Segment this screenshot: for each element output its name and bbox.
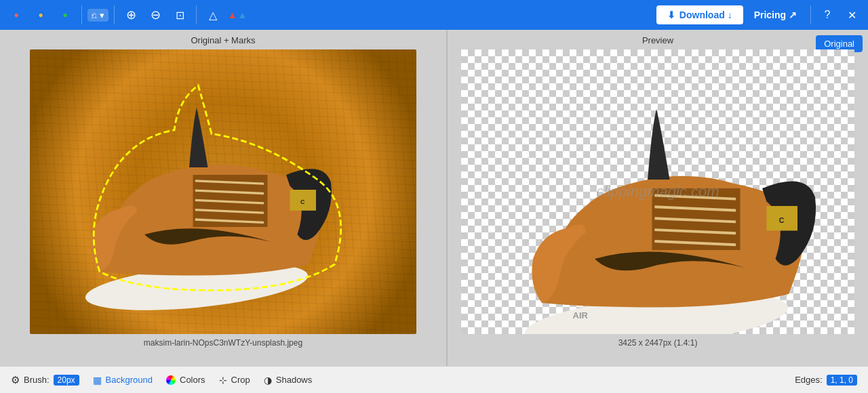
bottom-toolbar: ⚙ Brush: 20px ▦ Background Colors ⊹ Crop… (0, 366, 868, 393)
separator-4 (810, 5, 811, 24)
right-panel: Preview Original clippingmagic.com 3425 … (448, 30, 868, 366)
shadows-icon: ◑ (264, 375, 272, 386)
brush-size-badge[interactable]: 20px (54, 375, 79, 386)
history-dropdown[interactable]: ⎌ ▾ (87, 9, 108, 22)
crop-label: Crop (231, 375, 250, 385)
filename-label: maksim-larin-NOpsC3nWTzY-unsplash.jpeg (144, 338, 302, 348)
brush-label: Brush: (24, 375, 50, 385)
download-button[interactable]: ⬇ Download ↓ (656, 5, 743, 24)
history-icon: ⎌ (92, 10, 97, 20)
shadows-tool[interactable]: ◑ Shadows (264, 375, 312, 386)
pricing-button[interactable]: Pricing ↗ (746, 5, 805, 24)
edges-tool: Edges: 1, 1, 0 (795, 375, 857, 386)
left-panel-title: Original + Marks (191, 35, 256, 45)
fit-view-button[interactable]: ⊡ (169, 4, 191, 26)
close-button[interactable]: ✕ (841, 4, 863, 26)
brush-tool: ⚙ Brush: 20px (11, 374, 79, 386)
preview-container: clippingmagic.com (461, 49, 854, 334)
download-icon: ⬇ (667, 9, 675, 20)
colors-label: Colors (180, 375, 205, 385)
crop-tool[interactable]: ⊹ Crop (219, 375, 250, 386)
dropdown-arrow: ▾ (100, 10, 104, 20)
original-canvas[interactable] (30, 49, 416, 334)
main-content: Original + Marks maksim-larin-NOpsC3nWTz… (0, 30, 868, 366)
top-toolbar: ● ● ● ⎌ ▾ ⊕ ⊖ ⊡ △ ▲▲ ⬇ Download ↓ Pricin… (0, 0, 868, 30)
zoom-out-button[interactable]: ⊖ (144, 4, 166, 26)
minimize-window-button[interactable]: ● (30, 4, 52, 26)
color-adjust-button[interactable]: ▲▲ (226, 4, 248, 26)
original-image-container[interactable] (30, 49, 416, 334)
settings-icon[interactable]: ⚙ (11, 374, 20, 386)
left-panel: Original + Marks maksim-larin-NOpsC3nWTz… (0, 30, 448, 366)
background-label: Background (106, 375, 153, 385)
edges-label: Edges: (795, 375, 822, 385)
help-button[interactable]: ? (816, 4, 838, 26)
edit-button[interactable]: ● (54, 4, 76, 26)
separator-3 (196, 5, 197, 24)
colors-tool[interactable]: Colors (166, 375, 205, 385)
zoom-in-button[interactable]: ⊕ (120, 4, 142, 26)
separator-2 (114, 5, 115, 24)
brightness-button[interactable]: △ (202, 4, 224, 26)
colors-icon (166, 375, 176, 385)
separator-1 (81, 5, 82, 24)
close-window-button[interactable]: ● (5, 4, 27, 26)
background-icon: ▦ (93, 375, 102, 386)
preview-canvas (461, 49, 854, 334)
shadows-label: Shadows (276, 375, 312, 385)
crop-icon: ⊹ (219, 375, 227, 386)
preview-title: Preview (642, 35, 673, 45)
background-tool[interactable]: ▦ Background (93, 375, 153, 386)
edges-value-badge[interactable]: 1, 1, 0 (827, 375, 857, 386)
dimensions-label: 3425 x 2447px (1.4:1) (618, 338, 698, 348)
